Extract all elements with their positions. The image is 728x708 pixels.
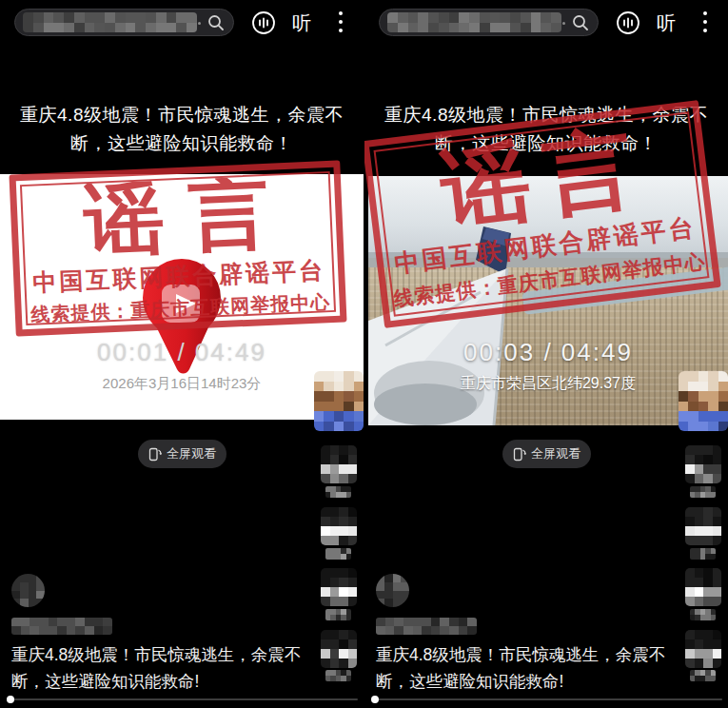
video-caption-line2: 断，这些避险知识能救命! — [376, 668, 677, 695]
progress-handle[interactable] — [7, 696, 14, 703]
video-progress-bar[interactable] — [372, 698, 722, 700]
rumor-stamp: 谣言 中国互联网联合辟谣平台 线索提供：重庆市互联网举报中心 — [9, 160, 346, 336]
playback-time: 00:01 / 04:49 — [0, 338, 364, 367]
search-divider-dot — [198, 22, 201, 25]
comment-count-pixelated — [690, 548, 716, 560]
progress-handle[interactable] — [371, 696, 379, 703]
share-icon-pixelated[interactable] — [321, 630, 357, 668]
favorite-count-pixelated — [325, 609, 351, 620]
kebab-menu-icon[interactable] — [698, 10, 713, 36]
fullscreen-button-label: 全屏观看 — [167, 445, 216, 462]
uploader-avatar-pixelated[interactable] — [679, 371, 728, 431]
listen-button[interactable]: 听 — [288, 9, 315, 37]
date-watermark: 2026年3月16日14时23分 — [0, 375, 364, 393]
kebab-menu-icon[interactable] — [333, 10, 348, 36]
search-icon[interactable] — [207, 13, 226, 32]
rotate-phone-icon — [148, 446, 162, 462]
video-caption: 重庆4.8级地震！市民惊魂逃生，余震不 断，这些避险知识能救命! — [11, 641, 312, 695]
comment-count-pixelated — [325, 548, 351, 560]
rumor-stamp-inner-border: 谣言 中国互联网联合辟谣平台 线索提供：重庆市互联网举报中心 — [374, 111, 710, 316]
video-progress-bar[interactable] — [8, 698, 358, 700]
right-screenshot-panel: 听 重庆4.8级地震！市民惊魂逃生，余震不 断，这些避险知识能救命！ 00:03… — [364, 0, 728, 708]
video-page-title-line2: 断，这些避险知识能救命！ — [0, 129, 364, 158]
equalizer-circle-icon[interactable] — [250, 10, 277, 36]
comment-icon-pixelated[interactable] — [321, 507, 357, 545]
video-page-title: 重庆4.8级地震！市民惊魂逃生，余震不 断，这些避险知识能救命！ — [0, 101, 364, 158]
search-text-pixelated — [23, 12, 197, 32]
video-caption: 重庆4.8级地震！市民惊魂逃生，余震不 断，这些避险知识能救命! — [376, 641, 677, 695]
share-count-pixelated — [690, 670, 716, 681]
uploader-avatar-pixelated[interactable] — [314, 371, 364, 431]
share-icon-pixelated[interactable] — [685, 630, 721, 668]
video-caption-line1: 重庆4.8级地震！市民惊魂逃生，余震不 — [376, 641, 677, 668]
author-avatar-pixelated[interactable] — [11, 574, 45, 607]
favorite-icon-pixelated[interactable] — [685, 568, 721, 606]
rotate-phone-icon — [513, 446, 526, 462]
search-input[interactable] — [14, 9, 234, 36]
search-input[interactable] — [379, 9, 599, 36]
author-username-pixelated[interactable] — [376, 618, 477, 635]
rumor-stamp-word: 谣言 — [58, 171, 295, 261]
comment-icon-pixelated[interactable] — [685, 507, 721, 545]
search-divider-dot — [562, 22, 565, 25]
equalizer-circle-icon[interactable] — [615, 10, 641, 36]
like-count-pixelated — [690, 486, 716, 498]
video-caption-line2: 断，这些避险知识能救命! — [11, 668, 312, 695]
search-text-pixelated — [387, 12, 561, 32]
video-page-title-line1: 重庆4.8级地震！市民惊魂逃生，余震不 — [0, 101, 364, 129]
favorite-icon-pixelated[interactable] — [321, 568, 357, 606]
listen-button[interactable]: 听 — [653, 9, 679, 37]
share-count-pixelated — [325, 670, 351, 681]
video-caption-line1: 重庆4.8级地震！市民惊魂逃生，余震不 — [11, 641, 312, 668]
left-screenshot-panel: 听 重庆4.8级地震！市民惊魂逃生，余震不 断，这些避险知识能救命！ 00:01… — [0, 0, 364, 708]
fullscreen-button-label: 全屏观看 — [531, 445, 580, 462]
fullscreen-button[interactable]: 全屏观看 — [138, 440, 226, 468]
author-username-pixelated[interactable] — [11, 618, 112, 635]
author-avatar-pixelated[interactable] — [376, 574, 409, 607]
playback-time: 00:03 / 04:49 — [368, 338, 728, 367]
favorite-count-pixelated — [690, 609, 716, 620]
like-icon-pixelated[interactable] — [321, 445, 357, 483]
search-icon[interactable] — [571, 13, 590, 32]
location-watermark: 重庆市荣昌区北纬29.37度 — [368, 374, 728, 394]
rumor-stamp-inner-border: 谣言 中国互联网联合辟谣平台 线索提供：重庆市互联网举报中心 — [20, 171, 336, 325]
dual-screenshot-comparison: 听 重庆4.8级地震！市民惊魂逃生，余震不 断，这些避险知识能救命！ 00:01… — [0, 0, 728, 708]
like-icon-pixelated[interactable] — [685, 445, 721, 483]
like-count-pixelated — [325, 486, 351, 498]
fullscreen-button[interactable]: 全屏观看 — [502, 440, 591, 468]
